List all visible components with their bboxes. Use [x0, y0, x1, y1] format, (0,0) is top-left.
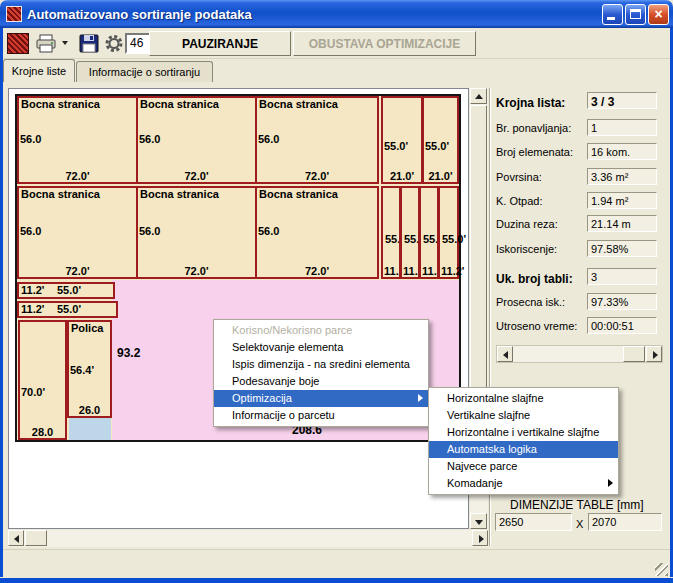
menu-item-vertikalne-slajfne[interactable]: Vertikalne slajfne	[429, 407, 618, 424]
pause-button[interactable]: PAUZIRANJE	[149, 31, 291, 56]
stat-label: Duzina reza:	[496, 218, 558, 230]
panel-height-label: 56.0	[139, 225, 160, 237]
scroll-right-button[interactable]	[472, 530, 488, 546]
resize-grip[interactable]	[655, 563, 668, 576]
left-arrow-icon	[503, 351, 508, 359]
panel-width-label: 11.2'	[383, 265, 399, 277]
panel-width-label: 11.2'	[421, 265, 437, 277]
scroll-up-button[interactable]	[470, 88, 487, 104]
table-width-input[interactable]: 2650	[495, 513, 572, 531]
right-arrow-icon	[653, 351, 658, 359]
strip-width-label: 55.0'	[57, 284, 81, 296]
panel-bocna-stranica-5[interactable]: Bocna stranica 56.0 72.0'	[136, 186, 257, 279]
up-arrow-icon	[475, 94, 483, 99]
print-dropdown-icon[interactable]	[62, 41, 68, 45]
offcut-piece[interactable]	[69, 418, 111, 440]
menu-item-horizontalne-slajfne[interactable]: Horizontalne slajfne	[429, 390, 618, 407]
panel-narrow-mid-1[interactable]: 55.0' 11.2'	[381, 186, 401, 279]
menu-item-informacije-o-parcetu[interactable]: Informacije o parcetu	[214, 407, 428, 424]
strip-panel-1[interactable]: 11.2' 55.0'	[17, 282, 115, 299]
panel-width-label: 72.0'	[19, 265, 136, 277]
menu-item-horizontalne-i-vertikalne-slajfne[interactable]: Horizontalne i vertikalne slajfne	[429, 424, 618, 441]
scroll-left-button[interactable]	[8, 530, 24, 546]
panel-height-label: 55.0'	[384, 140, 408, 152]
panel-narrow-top-2[interactable]: 55.0' 21.0'	[422, 96, 459, 184]
window-title: Automatizovano sortiranje podataka	[27, 7, 252, 22]
canvas-horizontal-scrollbar[interactable]	[8, 530, 488, 547]
material-icon[interactable]	[7, 33, 29, 54]
panel-narrow-mid-4[interactable]: 55.0' 11.2'	[438, 186, 459, 279]
menu-item-label: Vertikalne slajfne	[447, 409, 530, 421]
menu-item-label: Horizontalne slajfne	[447, 392, 544, 404]
abort-optimization-button[interactable]: OBUSTAVA OPTIMIZACIJE	[293, 31, 476, 56]
stat-value: 21.14 m	[587, 215, 657, 232]
save-icon[interactable]	[78, 33, 100, 54]
menu-item-label: Optimizacija	[232, 392, 292, 404]
panel-height-label: 55.0'	[425, 140, 449, 152]
sheet-navigation-scrollbar[interactable]	[496, 345, 663, 363]
scroll-down-button[interactable]	[470, 513, 487, 529]
panel-bocna-stranica-1[interactable]: Bocna stranica 56.0 72.0'	[17, 96, 138, 184]
panel-narrow-mid-2[interactable]: 55.0' 11.2'	[400, 186, 420, 279]
tab-krojne-liste[interactable]: Krojne liste	[3, 59, 75, 82]
panel-bocna-stranica-4[interactable]: Bocna stranica 56.0 72.0'	[17, 186, 138, 279]
panel-narrow-top-1[interactable]: 55.0' 21.0'	[381, 96, 423, 184]
menu-item-selektovanje-elementa[interactable]: Selektovanje elementa	[214, 339, 428, 356]
panel-height-label: 70.0'	[21, 386, 45, 398]
panel-bocna-stranica-6[interactable]: Bocna stranica 56.0 72.0'	[255, 186, 379, 279]
panel-width-label: 11.2'	[402, 265, 418, 277]
down-arrow-icon	[475, 520, 483, 525]
context-menu: Korisno/Nekorisno parce Selektovanje ele…	[213, 319, 429, 427]
menu-item-label: Horizontalne i vertikalne slajfne	[447, 426, 599, 438]
panel-polica[interactable]: Polica 56.4' 26.0	[67, 320, 112, 418]
panel-width-label: 28.0	[20, 426, 65, 438]
strip-height-label: 11.2'	[21, 284, 44, 296]
panel-bocna-stranica-3[interactable]: Bocna stranica 56.0 72.0'	[255, 96, 379, 184]
waste-area-label: 93.2	[117, 346, 140, 360]
stat-label: Br. ponavljanja:	[496, 122, 571, 134]
panel-width-label: 21.0'	[383, 170, 421, 182]
stat-value: 97.58%	[587, 240, 657, 257]
panel-height-label: 55.0'	[403, 233, 420, 245]
menu-item-label: Selektovanje elementa	[232, 341, 343, 353]
menu-item-optimizacija[interactable]: Optimizacija	[214, 390, 428, 407]
stat-label: Iskoriscenje:	[496, 243, 557, 255]
stat-value: 16 kom.	[587, 143, 657, 160]
panel-height-label: 56.0	[258, 225, 279, 237]
menu-item-podesavanje-boje[interactable]: Podesavanje boje	[214, 373, 428, 390]
menu-item-label: Automatska logika	[447, 443, 537, 455]
panel-width-label: 72.0'	[138, 170, 255, 182]
panel-narrow-mid-3[interactable]: 55.0' 11.2'	[419, 186, 439, 279]
horizontal-scroll-thumb[interactable]	[25, 530, 47, 546]
close-button[interactable]: ×	[648, 4, 669, 25]
next-sheet-button[interactable]	[646, 346, 662, 362]
minimize-button[interactable]	[602, 4, 623, 25]
menu-item-automatska-logika[interactable]: Automatska logika	[429, 441, 618, 458]
maximize-button[interactable]	[625, 4, 646, 25]
strip-panel-2[interactable]: 11.2' 55.0'	[17, 301, 118, 318]
table-height-input[interactable]: 2070	[588, 513, 662, 531]
app-window: Automatizovano sortiranje podataka ×	[0, 0, 673, 583]
cutting-layout-canvas[interactable]: Bocna stranica 56.0 72.0' Bocna stranica…	[8, 88, 469, 529]
panel-left-tall[interactable]: 70.0' 28.0	[18, 320, 67, 440]
stat-label: Utroseno vreme:	[496, 320, 577, 332]
panel-bocna-stranica-2[interactable]: Bocna stranica 56.0 72.0'	[136, 96, 257, 184]
panel-height-label: 56.0	[20, 133, 41, 145]
tab-informacije-o-sortiranju[interactable]: Informacije o sortiranju	[76, 61, 213, 82]
left-arrow-icon	[14, 535, 19, 543]
print-icon[interactable]	[35, 33, 57, 54]
app-icon	[6, 6, 22, 22]
menu-item-najvece-parce[interactable]: Najvece parce	[429, 458, 618, 475]
menu-item-label: Komadanje	[447, 477, 503, 489]
settings-gear-icon[interactable]	[103, 33, 125, 54]
optimization-submenu: Horizontalne slajfne Vertikalne slajfne …	[428, 387, 619, 495]
prev-sheet-button[interactable]	[497, 346, 513, 362]
sheet-scroll-thumb[interactable]	[623, 346, 645, 362]
menu-item-label: Najvece parce	[447, 460, 517, 472]
menu-item-korisno-nekorisno-parce[interactable]: Korisno/Nekorisno parce	[214, 322, 428, 339]
panel-height-label: 55.0'	[384, 233, 401, 245]
panel-height-label: 55.0'	[422, 233, 439, 245]
panel-height-label: 56.0	[20, 225, 41, 237]
menu-item-komadanje[interactable]: Komadanje	[429, 475, 618, 492]
menu-item-ispis-dimenzija[interactable]: Ispis dimenzija - na sredini elementa	[214, 356, 428, 373]
